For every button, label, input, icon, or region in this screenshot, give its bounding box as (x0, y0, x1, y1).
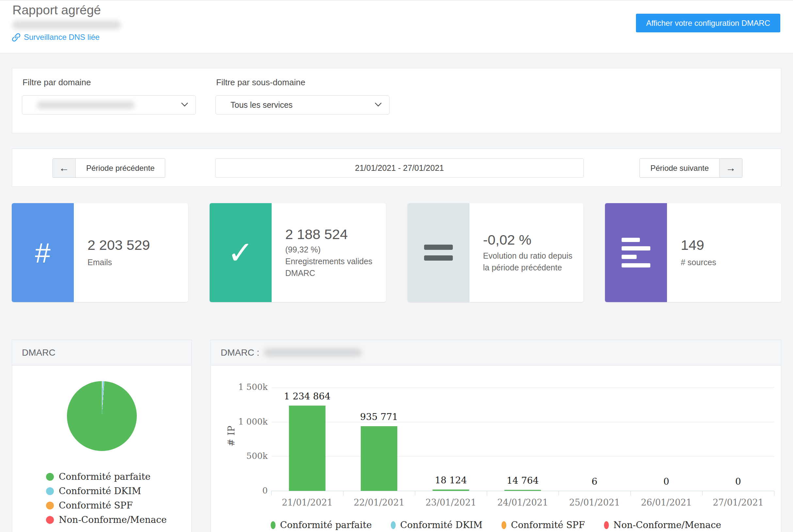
redacted-domain-title (264, 348, 362, 357)
bar-value-label: 18 124 (415, 475, 487, 486)
domain-filter-label: Filtre par domaine (22, 77, 91, 88)
stat-label: Enregistrements valides DMARC (285, 255, 379, 279)
stat-panel (407, 203, 469, 302)
pie-legend-item[interactable]: Non-Conforme/Menace (46, 514, 191, 525)
redacted-domain-value (37, 101, 135, 109)
bar-plot: 1 234 864935 77118 12414 764600 (271, 387, 774, 491)
next-period-label: Période suivante (640, 159, 719, 177)
page-header: Rapport agrégé Surveillance DNS liée Aff… (0, 0, 793, 53)
x-axis-tick (487, 491, 487, 495)
legend-label: Conformité DKIM (59, 486, 141, 496)
x-axis-tick (559, 491, 559, 495)
page-title: Rapport agrégé (13, 3, 101, 17)
subdomain-filter-label: Filtre par sous-domaine (216, 77, 305, 88)
bar-segment (361, 426, 397, 491)
legend-label: Non-Conforme/Menace (59, 514, 167, 525)
dns-monitoring-link[interactable]: Surveillance DNS liée (12, 33, 100, 42)
bar-legend: Conformité parfaiteConformité DKIMConfor… (211, 519, 781, 530)
subdomain-filter-value: Tous les services (216, 100, 292, 110)
y-axis-tick-label: 1 500k (215, 382, 268, 392)
chevron-down-icon (374, 102, 382, 108)
x-axis-category-label: 23/01/2021 (415, 497, 487, 508)
x-axis-tick (702, 491, 702, 495)
stat-panel: # (12, 203, 74, 302)
gridline (271, 456, 774, 457)
stat-label: Emails (88, 256, 150, 268)
next-period-button[interactable]: Période suivante → (640, 158, 742, 178)
chevron-down-icon (181, 102, 188, 108)
x-axis-category-label: 27/01/2021 (702, 497, 774, 508)
legend-marker-icon (271, 521, 275, 529)
stat-percent: (99,32 %) (285, 244, 379, 255)
legend-marker-icon (46, 487, 54, 495)
bar-card-title: DMARC : (221, 347, 259, 358)
stat-value: -0,02 % (483, 232, 577, 248)
previous-period-button[interactable]: ← Période précédente (53, 158, 165, 178)
bar-card-header: DMARC : (211, 340, 781, 365)
pie-legend-item[interactable]: Conformité parfaite (46, 471, 191, 482)
legend-label: Non-Conforme/Menace (614, 519, 721, 530)
x-axis-category-label: 21/01/2021 (271, 497, 343, 508)
legend-label: Conformité parfaite (280, 519, 372, 530)
pie-legend-item[interactable]: Conformité SPF (46, 500, 191, 511)
legend-marker-icon (604, 521, 609, 529)
x-axis-tick (631, 491, 631, 495)
legend-label: Conformité parfaite (59, 471, 151, 482)
stat-panel (605, 203, 667, 302)
bar-segment (289, 405, 326, 491)
legend-label: Conformité SPF (511, 519, 585, 530)
gridline (271, 387, 774, 388)
period-nav-card: ← Période précédente 21/01/2021 - 27/01/… (12, 149, 781, 187)
bar-value-label: 0 (702, 476, 774, 487)
legend-marker-icon (501, 521, 506, 529)
bar-value-label: 935 771 (343, 412, 415, 422)
pie-card-title: DMARC (22, 347, 56, 358)
equals-icon (424, 245, 453, 261)
stat-value: 2 188 524 (285, 226, 379, 242)
y-axis-tick-label: 500k (215, 451, 268, 461)
x-axis-line (271, 491, 774, 491)
pie-legend-item[interactable]: Conformité DKIM (46, 486, 191, 496)
stat-card-emails: # 2 203 529 Emails (12, 203, 188, 302)
legend-marker-icon (46, 516, 54, 524)
legend-marker-icon (46, 473, 54, 481)
redacted-domain-subtitle (13, 21, 121, 30)
bar-value-label: 6 (559, 476, 631, 487)
bar-value-label: 14 764 (487, 475, 559, 486)
x-axis-tick (271, 491, 272, 495)
check-icon: ✓ (228, 237, 254, 268)
arrow-left-icon: ← (53, 159, 76, 177)
domain-filter-select[interactable] (22, 95, 196, 115)
stat-card-valid-dmarc: ✓ 2 188 524 (99,32 %) Enregistrements va… (210, 203, 386, 302)
stat-card-sources: 149 # sources (605, 203, 781, 302)
stat-panel: ✓ (210, 203, 272, 302)
legend-marker-icon (391, 521, 396, 529)
link-icon (12, 33, 21, 42)
y-axis-tick-label: 1 000k (215, 417, 268, 426)
bar-legend-item[interactable]: Conformité parfaite (271, 519, 372, 530)
bar-legend-item[interactable]: Non-Conforme/Menace (604, 519, 721, 530)
x-axis-category-label: 26/01/2021 (631, 497, 702, 508)
arrow-right-icon: → (719, 159, 742, 177)
bar-value-label: 1 234 864 (271, 391, 343, 402)
stat-value: 149 (681, 237, 716, 253)
x-axis-category-label: 24/01/2021 (487, 497, 559, 508)
list-icon (622, 238, 650, 267)
bar-legend-item[interactable]: Conformité SPF (501, 519, 585, 530)
bar-chart-body: # IP 1 234 864935 77118 12414 764600 Con… (211, 365, 781, 532)
dmarc-pie-card: DMARC Conformité parfaiteConformité DKIM… (12, 340, 192, 532)
show-dmarc-config-button[interactable]: Afficher votre configuration DMARC (636, 14, 780, 32)
stat-card-ratio-evolution: -0,02 % Evolution du ratio depuis la pér… (407, 203, 584, 302)
legend-label: Conformité DKIM (400, 519, 483, 530)
subdomain-filter-select[interactable]: Tous les services (215, 95, 389, 115)
pie-card-header: DMARC (12, 340, 191, 365)
legend-marker-icon (46, 501, 54, 510)
bar-legend-item[interactable]: Conformité DKIM (391, 519, 483, 530)
stat-cards-row: # 2 203 529 Emails ✓ 2 188 524 (99,32 %)… (12, 203, 781, 302)
x-axis-tick (774, 491, 774, 495)
x-axis-tick (343, 491, 344, 495)
stat-label: Evolution du ratio depuis la période pré… (483, 250, 577, 274)
x-axis-category-label: 22/01/2021 (343, 497, 415, 508)
y-axis-tick-label: 0 (215, 486, 268, 495)
date-range-input[interactable]: 21/01/2021 - 27/01/2021 (215, 158, 584, 178)
